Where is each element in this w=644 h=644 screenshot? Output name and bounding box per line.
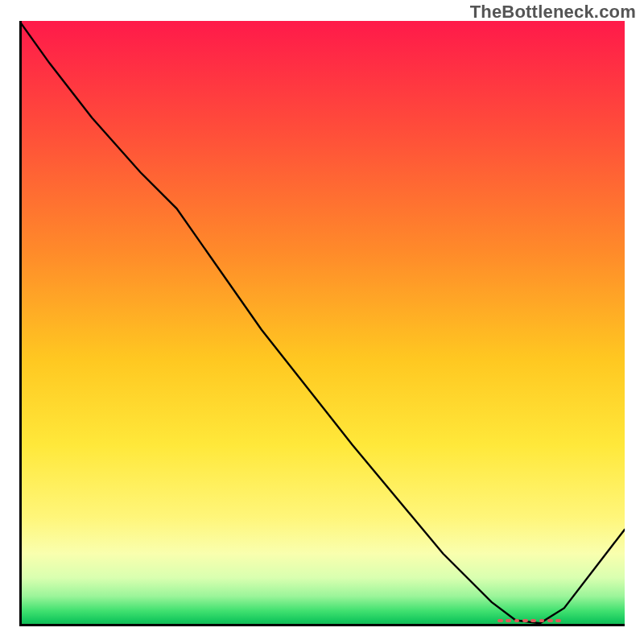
watermark: TheBottleneck.com xyxy=(470,2,636,23)
plot-axes xyxy=(19,21,625,626)
plot-area xyxy=(19,21,625,626)
